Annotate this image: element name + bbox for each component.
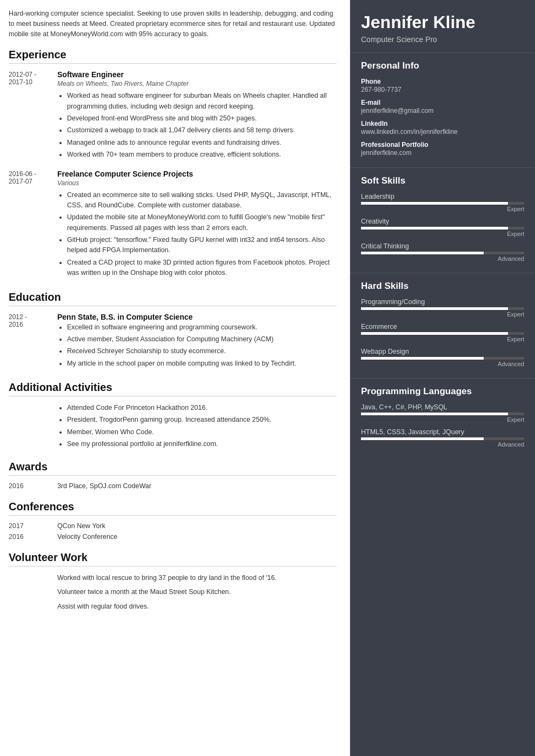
skill-name-2: Critical Thinking bbox=[361, 242, 524, 250]
list-item: Updated the mobile site at MoneyMoneyWor… bbox=[67, 212, 337, 233]
exp-subtitle-1: Various bbox=[57, 179, 337, 187]
skill-bar-fill-2 bbox=[361, 252, 484, 254]
award-entry-0: 20163rd Place, SpOJ.com CodeWar bbox=[9, 482, 337, 490]
skill-bar-fill-1 bbox=[361, 227, 508, 230]
skill-bar-fill-1 bbox=[361, 437, 484, 440]
exp-content-1: Freelance Computer Science ProjectsVario… bbox=[57, 170, 337, 280]
skill-bar-fill-0 bbox=[361, 307, 508, 310]
skill-bar-bg-0 bbox=[361, 307, 524, 310]
prog-lang-bars: Java, C++, C#, PHP, MySQLExpertHTML5, CS… bbox=[361, 403, 524, 448]
list-item: President, TrogdorPenn gaming group. Inc… bbox=[67, 415, 337, 425]
education-entry-0: 2012 - 2016Penn State, B.S. in Computer … bbox=[9, 313, 337, 371]
experience-entry-0: 2012-07 - 2017-10Software EngineerMeals … bbox=[9, 70, 337, 161]
skill-bar-bg-1 bbox=[361, 332, 524, 335]
list-item: Active member, Student Association for C… bbox=[67, 334, 337, 345]
exp-date-0: 2012-07 - 2017-10 bbox=[9, 70, 57, 161]
skill-level-0: Expert bbox=[361, 416, 524, 423]
conference-entry-1: 2016Velocity Conference bbox=[9, 533, 337, 541]
conference-year-1: 2016 bbox=[9, 533, 57, 541]
volunteer-list: Worked with local rescue to bring 37 peo… bbox=[9, 573, 337, 612]
list-item: See my professional portfolio at jennife… bbox=[67, 439, 337, 449]
exp-bullets-0: Worked as head software engineer for sub… bbox=[57, 91, 337, 160]
hard-skills-bars: Programming/CodingExpertEcommerceExpertW… bbox=[361, 298, 524, 367]
linkedin-value: www.linkedin.com/in/jenniferfkline bbox=[361, 128, 524, 136]
skill-level-1: Expert bbox=[361, 336, 524, 342]
prog-lang-title: Programming Languages bbox=[361, 386, 524, 397]
exp-title-1: Freelance Computer Science Projects bbox=[57, 170, 337, 178]
skill-level-0: Expert bbox=[361, 206, 524, 212]
phone-value: 267-980-7737 bbox=[361, 86, 524, 93]
activities-bullets: Attended Code For Princeton Hackathon 20… bbox=[57, 403, 337, 450]
skill-level-2: Advanced bbox=[361, 361, 524, 367]
hard-skills-section: Hard Skills Programming/CodingExpertEcom… bbox=[350, 273, 535, 378]
edu-date-0: 2012 - 2016 bbox=[9, 313, 57, 371]
skill-bar-fill-1 bbox=[361, 332, 508, 335]
skill-name-0: Programming/Coding bbox=[361, 298, 524, 306]
volunteer-item-1: Volunteer twice a month at the Maud Stre… bbox=[9, 587, 337, 597]
exp-date-1: 2016-06 - 2017-07 bbox=[9, 170, 57, 280]
email-value: jenniferfkline@gmail.com bbox=[361, 107, 524, 114]
skill-bar-fill-2 bbox=[361, 357, 484, 360]
personal-info-section: Personal Info Phone 267-980-7737 E-mail … bbox=[350, 52, 535, 167]
list-item: Attended Code For Princeton Hackathon 20… bbox=[67, 403, 337, 413]
skill-bar-bg-0 bbox=[361, 202, 524, 205]
left-column: Hard-working computer science specialist… bbox=[0, 0, 350, 756]
activities-section: Additional Activities Attended Code For … bbox=[9, 381, 337, 450]
conference-year-0: 2017 bbox=[9, 522, 57, 530]
skill-bar-bg-2 bbox=[361, 357, 524, 360]
list-item: Created a CAD project to make 3D printed… bbox=[67, 258, 337, 279]
email-label: E-mail bbox=[361, 99, 524, 106]
prog-lang-section: Programming Languages Java, C++, C#, PHP… bbox=[350, 378, 535, 458]
candidate-name: Jennifer Kline bbox=[361, 13, 524, 32]
skill-name-2: Webapp Design bbox=[361, 348, 524, 355]
education-list: 2012 - 2016Penn State, B.S. in Computer … bbox=[9, 313, 337, 371]
skill-bar-bg-1 bbox=[361, 437, 524, 440]
list-item: Customized a webapp to track all 1,047 d… bbox=[67, 125, 337, 136]
skill-bar-fill-0 bbox=[361, 413, 508, 415]
skill-level-1: Expert bbox=[361, 231, 524, 237]
skill-bar-bg-0 bbox=[361, 413, 524, 415]
exp-subtitle-0: Meals on Wheels, Two Rivers, Maine Chapt… bbox=[57, 80, 337, 87]
list-item: Managed online ads to announce regular e… bbox=[67, 138, 337, 148]
education-title: Education bbox=[9, 291, 337, 306]
portfolio-label: Professional Portfolio bbox=[361, 141, 524, 148]
experience-entry-1: 2016-06 - 2017-07Freelance Computer Scie… bbox=[9, 170, 337, 280]
candidate-title: Computer Science Pro bbox=[361, 35, 524, 44]
volunteer-item-0: Worked with local rescue to bring 37 peo… bbox=[9, 573, 337, 583]
conference-entry-0: 2017QCon New York bbox=[9, 522, 337, 530]
list-item: Excelled in software engineering and pro… bbox=[67, 322, 337, 333]
skill-bar-fill-0 bbox=[361, 202, 508, 205]
skill-name-0: Java, C++, C#, PHP, MySQL bbox=[361, 403, 524, 411]
experience-title: Experience bbox=[9, 49, 337, 64]
experience-section: Experience 2012-07 - 2017-10Software Eng… bbox=[9, 49, 337, 280]
edu-title-0: Penn State, B.S. in Computer Science bbox=[57, 313, 337, 321]
conference-text-1: Velocity Conference bbox=[57, 533, 117, 541]
soft-skills-bars: LeadershipExpertCreativityExpertCritical… bbox=[361, 193, 524, 262]
portfolio-value: jenniferfkline.com bbox=[361, 149, 524, 157]
volunteer-title: Volunteer Work bbox=[9, 551, 337, 566]
edu-content-0: Penn State, B.S. in Computer ScienceExce… bbox=[57, 313, 337, 371]
edu-bullets-0: Excelled in software engineering and pro… bbox=[57, 322, 337, 369]
skill-level-2: Advanced bbox=[361, 255, 524, 262]
education-section: Education 2012 - 2016Penn State, B.S. in… bbox=[9, 291, 337, 371]
soft-skills-section: Soft Skills LeadershipExpertCreativityEx… bbox=[350, 167, 535, 273]
award-year-0: 2016 bbox=[9, 482, 57, 490]
list-item: Created an ecommerce site to sell walkin… bbox=[67, 190, 337, 211]
exp-bullets-1: Created an ecommerce site to sell walkin… bbox=[57, 190, 337, 279]
skill-name-1: Ecommerce bbox=[361, 323, 524, 330]
volunteer-item-2: Assist with regular food drives. bbox=[9, 602, 337, 612]
exp-title-0: Software Engineer bbox=[57, 70, 337, 79]
conferences-list: 2017QCon New York2016Velocity Conference bbox=[9, 522, 337, 541]
activities-list: Attended Code For Princeton Hackathon 20… bbox=[9, 403, 337, 450]
experience-list: 2012-07 - 2017-10Software EngineerMeals … bbox=[9, 70, 337, 280]
hard-skills-title: Hard Skills bbox=[361, 281, 524, 292]
soft-skills-title: Soft Skills bbox=[361, 176, 524, 186]
conference-text-0: QCon New York bbox=[57, 522, 105, 530]
skill-level-0: Expert bbox=[361, 311, 524, 318]
awards-section: Awards 20163rd Place, SpOJ.com CodeWar bbox=[9, 461, 337, 490]
list-item: Received Schreyer Scholarship to study e… bbox=[67, 346, 337, 356]
conferences-section: Conferences 2017QCon New York2016Velocit… bbox=[9, 501, 337, 541]
activities-title: Additional Activities bbox=[9, 381, 337, 396]
skill-name-1: Creativity bbox=[361, 218, 524, 225]
right-header: Jennifer Kline Computer Science Pro bbox=[350, 0, 535, 52]
